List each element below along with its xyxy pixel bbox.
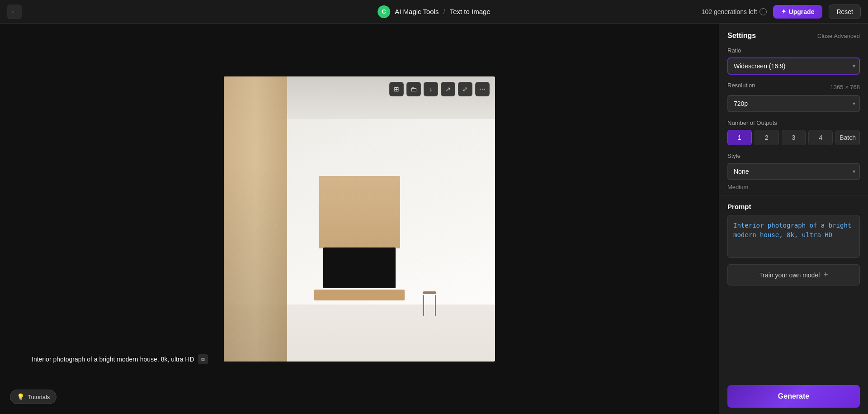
info-icon[interactable]: i <box>760 8 767 15</box>
header: ← C AI Magic Tools / Text to Image 102 g… <box>0 0 868 24</box>
train-model-label: Train your own model <box>759 271 820 279</box>
stool-top <box>423 291 436 294</box>
header-right: 102 generations left i ✦ Upgrade Reset <box>702 5 861 19</box>
settings-section: Settings Close Advanced Ratio Widescreen… <box>719 24 868 195</box>
stool-leg <box>435 295 436 316</box>
output-buttons-group: 1 2 3 4 Batch <box>727 130 860 145</box>
prompt-section: Prompt Interior photograph of a bright m… <box>719 195 868 293</box>
prompt-title: Prompt <box>727 203 860 210</box>
resolution-row: Resolution 1365 × 768 <box>727 82 860 92</box>
main-content: ⊞ 🗀 ↓ ↗ ⤢ ⋯ Interior photograph of a bri… <box>0 24 868 414</box>
star-icon: ✦ <box>781 8 786 15</box>
close-advanced-button[interactable]: Close Advanced <box>817 33 860 39</box>
image-container: ⊞ 🗀 ↓ ↗ ⤢ ⋯ <box>224 76 495 362</box>
tutorials-label: Tutorials <box>28 394 50 400</box>
resolution-select[interactable]: 720p 1080p 4K <box>727 95 860 112</box>
save-image-button[interactable]: ⊞ <box>389 82 404 96</box>
output-btn-4[interactable]: 4 <box>808 130 833 145</box>
more-options-button[interactable]: ⋯ <box>475 82 490 96</box>
header-center: C AI Magic Tools / Text to Image <box>377 5 490 18</box>
tutorials-button[interactable]: 💡 Tutorials <box>10 390 57 404</box>
reset-button[interactable]: Reset <box>829 5 861 19</box>
prompt-input[interactable]: Interior photograph of a bright modern h… <box>727 215 860 258</box>
tv-screen <box>323 247 396 288</box>
output-btn-1[interactable]: 1 <box>727 130 752 145</box>
ratio-select[interactable]: Widescreen (16:9) Square (1:1) Portrait … <box>727 57 860 75</box>
stool-legs <box>423 295 436 316</box>
outputs-label: Number of Outputs <box>727 119 860 126</box>
expand-button[interactable]: ⤢ <box>458 82 472 96</box>
image-caption: Interior photograph of a bright modern h… <box>32 354 208 364</box>
upgrade-button[interactable]: ✦ Upgrade <box>773 5 823 19</box>
share-button[interactable]: ↗ <box>441 82 455 96</box>
output-btn-batch[interactable]: Batch <box>835 130 860 145</box>
avatar: C <box>377 5 390 18</box>
generate-section: Generate <box>719 379 868 414</box>
output-btn-3[interactable]: 3 <box>782 130 806 145</box>
style-label: Style <box>727 152 860 159</box>
right-panel: Settings Close Advanced Ratio Widescreen… <box>719 24 868 414</box>
tv-cabinet <box>319 176 400 248</box>
resolution-value: 1365 × 768 <box>830 84 860 90</box>
style-select[interactable]: None Photorealistic Anime Oil Painting <box>727 163 860 180</box>
folder-button[interactable]: 🗀 <box>406 82 421 96</box>
resolution-label: Resolution <box>727 82 755 89</box>
generated-image <box>224 76 495 362</box>
stool <box>423 291 436 316</box>
image-toolbar: ⊞ 🗀 ↓ ↗ ⤢ ⋯ <box>389 82 490 96</box>
wooden-panel <box>224 76 287 362</box>
app-name: AI Magic Tools <box>395 8 439 15</box>
copy-caption-button[interactable]: ⧉ <box>198 354 208 364</box>
generation-count: 102 generations left i <box>702 8 767 15</box>
bulb-icon: 💡 <box>17 393 24 400</box>
tv-unit <box>314 176 405 300</box>
page-name: Text to Image <box>450 8 491 15</box>
style-select-wrapper: None Photorealistic Anime Oil Painting ▾ <box>727 163 860 180</box>
back-icon: ← <box>11 8 18 16</box>
ratio-select-wrapper: Widescreen (16:9) Square (1:1) Portrait … <box>727 57 860 75</box>
train-model-button[interactable]: Train your own model + <box>727 264 860 286</box>
stool-leg <box>423 295 424 316</box>
settings-header: Settings Close Advanced <box>727 32 860 40</box>
download-button[interactable]: ↓ <box>424 82 438 96</box>
image-panel: ⊞ 🗀 ↓ ↗ ⤢ ⋯ Interior photograph of a bri… <box>0 24 719 414</box>
output-btn-2[interactable]: 2 <box>755 130 779 145</box>
ratio-label: Ratio <box>727 47 860 54</box>
generate-button[interactable]: Generate <box>727 385 860 408</box>
tv-stand <box>314 290 405 300</box>
resolution-select-wrapper: 720p 1080p 4K ▾ <box>727 95 860 112</box>
settings-title: Settings <box>727 32 756 40</box>
breadcrumb-separator: / <box>443 8 445 15</box>
back-button[interactable]: ← <box>7 5 22 19</box>
train-plus-icon: + <box>823 270 828 280</box>
medium-label: Medium <box>727 184 860 190</box>
caption-text: Interior photograph of a bright modern h… <box>32 356 194 363</box>
